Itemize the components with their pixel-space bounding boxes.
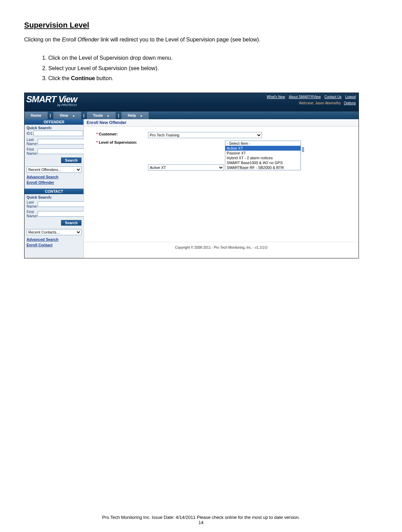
- main-menu: Home | View▸ | Tools▸ | Help▸: [24, 112, 359, 119]
- id1-input[interactable]: [33, 131, 83, 136]
- step-1: Click on the Level of Supervision drop d…: [48, 53, 378, 63]
- app-logo: SMART View by PROTECH: [26, 94, 77, 107]
- content-header: Enroll New Offender: [84, 119, 359, 126]
- row-customer: *Customer: Pro Tech Training: [96, 132, 352, 138]
- link-about[interactable]: About SMART®View: [289, 95, 321, 99]
- row-los: *Level of Supervision: Active XT - Selec…: [96, 140, 352, 171]
- offender-search-button[interactable]: Search: [61, 158, 81, 163]
- link-contact-us[interactable]: Contact Us: [324, 95, 341, 99]
- menu-home[interactable]: Home: [24, 112, 48, 119]
- menu-tools-label: Tools: [93, 113, 103, 117]
- chevron-right-icon: ▸: [73, 114, 75, 117]
- required-asterisk: *: [96, 132, 98, 136]
- app-copyright: Copyright © 2008-2011 - Pro Tech Monitor…: [84, 242, 359, 251]
- customer-label: *Customer:: [96, 132, 148, 136]
- recent-contacts-select[interactable]: Recent Contacts…: [27, 229, 81, 235]
- link-whats-new[interactable]: What's New: [267, 95, 285, 99]
- enroll-form: *Customer: Pro Tech Training *Level of S…: [84, 126, 359, 242]
- sidebar-contact-header: CONTACT: [24, 189, 84, 194]
- doc-steps-list: Click on the Level of Supervision drop d…: [48, 53, 378, 83]
- los-option-0[interactable]: - Select Item -: [225, 141, 301, 146]
- firstname-label: First Name:: [27, 147, 38, 155]
- step3-post: button.: [95, 75, 113, 81]
- logo-main: SMART View: [26, 94, 77, 104]
- menu-help[interactable]: Help▸: [121, 112, 149, 119]
- los-select[interactable]: Active XT: [148, 164, 224, 171]
- welcome-prefix: Welcome:: [299, 101, 315, 105]
- welcome-row: Welcome: Jason Abernethy Options: [299, 101, 356, 105]
- step3-pre: Click the: [48, 75, 71, 81]
- chevron-right-icon: ▸: [108, 114, 109, 117]
- link-logout[interactable]: Logout: [345, 95, 356, 99]
- contact-quick-search-label: Quick Search:: [24, 194, 84, 199]
- step-2: Select your Level of Supervision (see be…: [48, 64, 378, 73]
- recent-offenders-select[interactable]: Recent Offenders…: [27, 167, 81, 173]
- row-id1: ID1:: [24, 130, 84, 137]
- top-links: What's New About SMART®View Contact Us L…: [264, 95, 356, 99]
- welcome-user: Jason Abernethy: [315, 101, 341, 105]
- enroll-contact-link[interactable]: Enroll Contact: [24, 242, 84, 248]
- doc-title: Supervision Level: [24, 21, 378, 30]
- intro-post: link will redirect you to the Level of S…: [99, 37, 261, 42]
- step-3: Click the Continue button.: [48, 74, 378, 83]
- menu-view[interactable]: View▸: [53, 112, 81, 119]
- menu-tools[interactable]: Tools▸: [87, 112, 116, 119]
- sidebar: OFFENDER Quick Search: ID1: Last Name: F…: [24, 119, 84, 258]
- customer-label-text: Customer:: [99, 132, 118, 136]
- scrollbar-thumb[interactable]: [302, 147, 304, 152]
- los-label-text: Level of Supervision:: [99, 140, 137, 144]
- menu-home-label: Home: [31, 113, 41, 117]
- app-body: OFFENDER Quick Search: ID1: Last Name: F…: [24, 119, 359, 258]
- los-option-2[interactable]: Passive XT: [225, 151, 301, 155]
- intro-pre: Clicking on the: [24, 37, 62, 42]
- row-firstname: First Name:: [24, 146, 84, 156]
- app-header: SMART View by PROTECH What's New About S…: [24, 93, 359, 112]
- row-contact-lastname: Last Name:: [24, 199, 84, 209]
- menu-sep: |: [116, 112, 121, 119]
- contact-lastname-label: Last Name:: [27, 200, 38, 208]
- los-option-4[interactable]: SMART Base1000 & W2 no GPS: [225, 160, 301, 165]
- step3-bold: Continue: [71, 75, 95, 81]
- enroll-offender-link[interactable]: Enroll Offender: [24, 180, 84, 185]
- los-option-1[interactable]: Active XT: [225, 146, 301, 151]
- id1-label: ID1:: [27, 131, 33, 135]
- advanced-search-link[interactable]: Advanced Search: [24, 174, 84, 180]
- chevron-right-icon: ▸: [141, 114, 143, 117]
- customer-select[interactable]: Pro Tech Training: [148, 132, 262, 138]
- contact-search-button[interactable]: Search: [61, 220, 81, 226]
- los-dropdown-open[interactable]: - Select Item - Active XT Passive XT Hyb…: [225, 141, 301, 170]
- quick-search-label: Quick Search:: [24, 125, 84, 130]
- options-link[interactable]: Options: [344, 101, 356, 105]
- required-asterisk: *: [96, 140, 98, 144]
- menu-sep: |: [81, 112, 87, 119]
- contact-advanced-search-link[interactable]: Advanced Search: [24, 237, 84, 242]
- menu-help-label: Help: [128, 113, 136, 117]
- lastname-label: Last Name:: [27, 137, 38, 146]
- menu-view-label: View: [60, 113, 68, 117]
- los-option-5[interactable]: SMARTBase RF - SB2000 & BTR: [225, 165, 301, 170]
- los-option-3[interactable]: Hybrid XT - 2 alarm notices: [225, 155, 301, 160]
- doc-intro: Clicking on the Enroll Offender link wil…: [24, 36, 378, 44]
- sidebar-offender-header: OFFENDER: [24, 119, 84, 125]
- content-area: Enroll New Offender *Customer: Pro Tech …: [84, 119, 359, 258]
- contact-firstname-input[interactable]: [38, 211, 87, 217]
- row-contact-firstname: First Name:: [24, 209, 84, 219]
- contact-firstname-label: First Name:: [27, 210, 38, 218]
- row-lastname: Last Name:: [24, 137, 84, 146]
- firstname-input[interactable]: [38, 149, 87, 154]
- los-label: *Level of Supervision:: [96, 140, 148, 144]
- logo-sub: by PROTECH: [57, 103, 77, 107]
- contact-lastname-input[interactable]: [38, 201, 87, 207]
- app-screenshot: SMART View by PROTECH What's New About S…: [24, 93, 359, 258]
- menu-sep: |: [48, 112, 53, 119]
- intro-em: Enroll Offender: [62, 37, 99, 42]
- lastname-input[interactable]: [38, 139, 87, 144]
